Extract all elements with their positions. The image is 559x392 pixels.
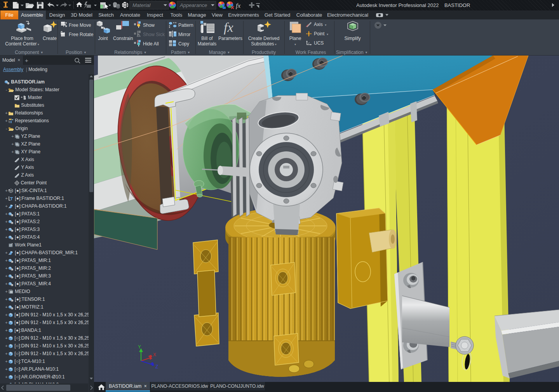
svg-text:Z: Z xyxy=(155,364,158,369)
svg-text:Appearance: Appearance xyxy=(179,2,207,8)
svg-text:Y: Y xyxy=(138,344,141,350)
svg-text:fx: fx xyxy=(236,2,241,9)
svg-text:Material: Material xyxy=(132,2,151,8)
svg-text:X: X xyxy=(153,352,156,357)
svg-text:+: + xyxy=(25,57,28,64)
svg-text:fx: fx xyxy=(224,21,233,35)
